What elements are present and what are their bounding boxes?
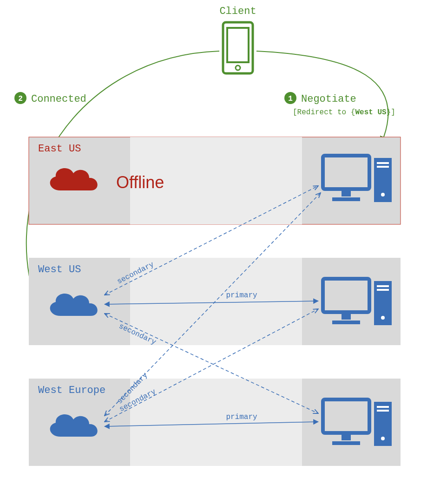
conn-westeurope-primary-label: primary [226,413,257,421]
svg-rect-17 [342,314,351,320]
svg-point-2 [236,65,240,70]
region-westeurope-label: West Europe [38,385,105,396]
svg-point-22 [381,316,385,320]
step-connected-title: Connected [31,93,86,105]
step-negotiate: 1 Negotiate [Redirect to {West US}] [284,92,395,117]
svg-point-13 [381,193,385,196]
region-westus-panel: West US [29,258,401,345]
svg-rect-11 [377,162,389,164]
svg-rect-9 [332,197,360,201]
client-label: Client [219,6,256,17]
svg-rect-21 [377,289,389,291]
region-westus-label: West US [38,264,81,275]
svg-rect-1 [227,28,249,62]
svg-rect-12 [377,166,389,168]
step-connected: 2 Connected [14,92,86,105]
step-negotiate-subtitle: [Redirect to {West US}] [293,108,395,117]
client-phone-icon [223,22,253,73]
svg-rect-27 [332,441,360,445]
step-negotiate-number: 1 [288,95,293,103]
svg-rect-20 [377,285,389,287]
svg-point-31 [381,437,385,440]
svg-rect-26 [342,435,351,440]
svg-rect-18 [332,321,360,324]
svg-rect-24 [130,379,302,466]
step-negotiate-title: Negotiate [301,93,356,105]
conn-westus-primary-label: primary [226,291,257,300]
step-connected-number: 2 [18,95,23,103]
region-eastus-panel: East US Offline [29,137,401,224]
region-eastus-label: East US [38,143,81,155]
region-eastus-status: Offline [116,173,164,192]
svg-rect-8 [342,191,351,196]
svg-rect-29 [377,406,389,408]
svg-rect-30 [377,410,389,412]
region-westeurope-panel: West Europe [29,379,401,466]
